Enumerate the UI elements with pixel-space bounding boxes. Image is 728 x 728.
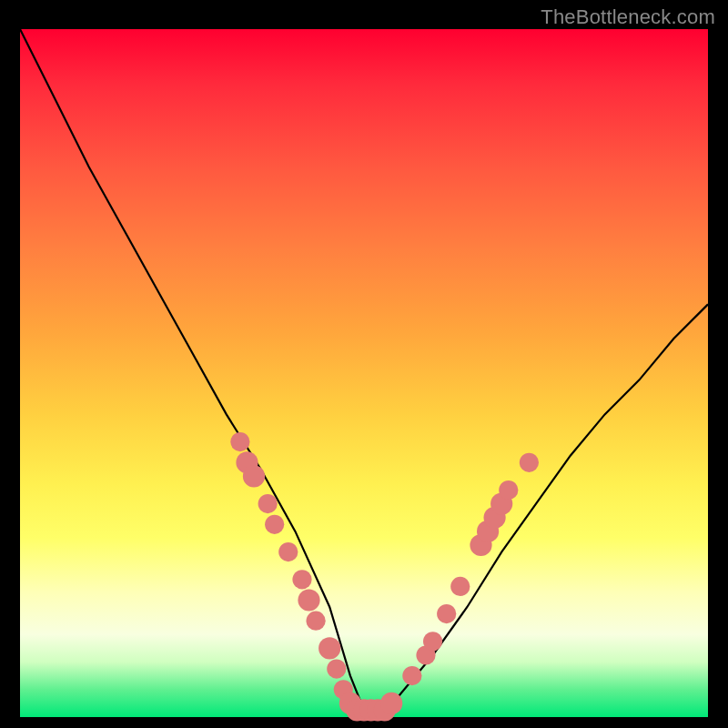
chart-marker bbox=[307, 612, 326, 631]
chart-marker bbox=[499, 480, 518, 500]
chart-marker bbox=[298, 589, 319, 611]
chart-marker bbox=[437, 604, 456, 623]
chart-marker bbox=[258, 494, 278, 513]
chart-marker bbox=[318, 637, 340, 659]
chart-marker bbox=[243, 465, 265, 487]
chart-marker bbox=[450, 577, 470, 596]
watermark-text: TheBottleneck.com bbox=[541, 5, 715, 29]
chart-marker bbox=[292, 570, 311, 589]
bottleneck-curve-line bbox=[20, 29, 708, 710]
chart-marker bbox=[265, 515, 284, 534]
chart-svg bbox=[20, 29, 708, 717]
chart-marker bbox=[230, 432, 249, 451]
chart-marker bbox=[380, 693, 402, 714]
chart-markers bbox=[230, 432, 539, 722]
chart-plot-area bbox=[20, 29, 708, 717]
chart-marker bbox=[402, 666, 421, 685]
chart-marker bbox=[278, 542, 298, 561]
chart-marker bbox=[327, 660, 346, 679]
chart-marker bbox=[423, 632, 442, 651]
chart-marker bbox=[520, 453, 539, 472]
